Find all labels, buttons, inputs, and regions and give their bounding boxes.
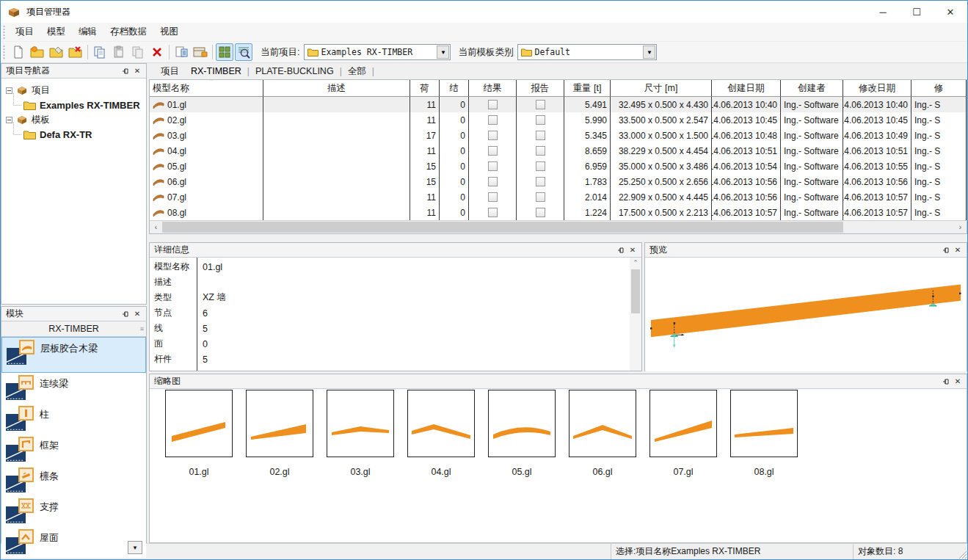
edit-project-button[interactable] bbox=[48, 43, 65, 61]
minimize-button[interactable]: ─ bbox=[866, 1, 900, 23]
close-button[interactable]: ✕ bbox=[934, 1, 967, 23]
duplicate-button[interactable] bbox=[129, 43, 147, 61]
module-item-glulam[interactable]: 层板胶合木梁 bbox=[1, 337, 146, 373]
table-row[interactable]: 04.gl 11 0 8.659 38.229 x 0.500 x 4.454 … bbox=[150, 143, 967, 159]
results-checkbox[interactable] bbox=[488, 115, 498, 125]
module-item-continuous-beam[interactable]: 连续梁 bbox=[1, 373, 146, 404]
thumbnail-03[interactable]: 03.gl bbox=[320, 390, 401, 477]
collapse-icon[interactable] bbox=[6, 117, 12, 123]
module-item-frame[interactable]: 框架 bbox=[1, 434, 146, 465]
tree-node-project[interactable]: Examples RX-TIMBER bbox=[6, 98, 145, 112]
report-checkbox[interactable] bbox=[536, 115, 545, 125]
resize-grip[interactable] bbox=[954, 544, 967, 559]
results-checkbox[interactable] bbox=[488, 208, 498, 217]
tab-all[interactable]: 全部 bbox=[342, 64, 372, 79]
module-group-header[interactable]: RX-TIMBER ≡ bbox=[1, 321, 146, 337]
pin-icon[interactable] bbox=[615, 245, 627, 255]
thumbnail-08[interactable]: 08.gl bbox=[724, 390, 804, 477]
results-checkbox[interactable] bbox=[488, 177, 498, 186]
tree-node-templates[interactable]: 模板 bbox=[6, 112, 145, 127]
paste-button[interactable] bbox=[110, 43, 128, 61]
thumbnail-02[interactable]: 02.gl bbox=[239, 390, 320, 477]
report-checkbox[interactable] bbox=[536, 161, 545, 171]
archive-button[interactable] bbox=[192, 43, 209, 61]
table-row[interactable]: 01.gl 11 0 5.491 32.495 x 0.500 x 4.430 … bbox=[150, 97, 967, 112]
scroll-down-button[interactable]: ▼ bbox=[128, 541, 142, 554]
column-header-modified[interactable]: 修改日期 bbox=[843, 80, 911, 97]
column-header-created[interactable]: 创建日期 bbox=[712, 80, 781, 97]
close-panel-icon[interactable]: ✕ bbox=[952, 377, 964, 387]
column-header-creator[interactable]: 创建者 bbox=[781, 80, 843, 97]
table-row[interactable]: 02.gl 11 0 5.990 33.500 x 0.500 x 2.547 … bbox=[150, 112, 967, 128]
column-header-weight[interactable]: 重量 [t] bbox=[564, 80, 611, 97]
tab-rx-timber[interactable]: RX-TIMBER bbox=[185, 65, 247, 78]
report-checkbox[interactable] bbox=[536, 208, 545, 217]
new-model-button[interactable] bbox=[10, 43, 27, 61]
delete-project-button[interactable] bbox=[67, 43, 84, 61]
results-checkbox[interactable] bbox=[488, 146, 498, 156]
thumbnail-05[interactable]: 05.gl bbox=[481, 390, 562, 477]
module-item-brace[interactable]: 支撑 bbox=[1, 496, 146, 527]
results-checkbox[interactable] bbox=[488, 161, 498, 171]
module-item-roof[interactable]: 屋面 bbox=[1, 527, 146, 558]
tab-projects[interactable]: 项目 bbox=[155, 64, 185, 79]
close-panel-icon[interactable]: ✕ bbox=[627, 245, 638, 255]
menu-archive[interactable]: 存档数据 bbox=[103, 23, 153, 41]
tree-node-template[interactable]: Defa RX-TR bbox=[6, 127, 145, 142]
table-row[interactable]: 05.gl 15 0 6.959 35.000 x 0.500 x 3.486 … bbox=[150, 159, 967, 174]
column-header-name[interactable]: 模型名称⌃ bbox=[150, 80, 263, 97]
copy-button[interactable] bbox=[91, 43, 109, 61]
pin-icon[interactable] bbox=[120, 309, 131, 319]
table-row[interactable]: 06.gl 15 0 1.783 25.250 x 0.500 x 2.656 … bbox=[150, 174, 967, 189]
thumbnail-view-toggle[interactable] bbox=[216, 43, 233, 61]
column-header-modifier[interactable]: 修 bbox=[911, 80, 967, 97]
thumbnail-06[interactable]: 06.gl bbox=[562, 390, 643, 477]
maximize-button[interactable]: ☐ bbox=[900, 1, 934, 23]
menu-project[interactable]: 项目 bbox=[9, 23, 40, 41]
results-checkbox[interactable] bbox=[488, 192, 498, 202]
module-item-column[interactable]: 柱 bbox=[1, 404, 146, 434]
horizontal-scrollbar[interactable]: ‹ › bbox=[149, 220, 967, 234]
table-row[interactable]: 08.gl 11 0 1.224 17.500 x 0.500 x 2.213 … bbox=[150, 205, 967, 220]
thumbnail-01[interactable]: 01.gl bbox=[159, 390, 239, 477]
table-row[interactable]: 07.gl 11 0 2.014 22.909 x 0.500 x 4.445 … bbox=[150, 189, 967, 205]
column-header-dims[interactable]: 尺寸 [m] bbox=[611, 80, 712, 97]
menu-model[interactable]: 模型 bbox=[40, 23, 72, 41]
results-checkbox[interactable] bbox=[488, 100, 498, 109]
results-checkbox[interactable] bbox=[488, 131, 498, 140]
column-header-report[interactable]: 报告 bbox=[517, 80, 564, 97]
details-scrollbar[interactable]: ⌃ bbox=[630, 258, 641, 371]
column-header-comb[interactable]: 结 bbox=[440, 80, 469, 97]
import-button[interactable] bbox=[172, 43, 190, 61]
current-project-combobox[interactable]: Examples RX-TIMBER ▼ bbox=[304, 44, 451, 60]
close-panel-icon[interactable]: ✕ bbox=[131, 309, 143, 319]
scroll-left-arrow[interactable]: ‹ bbox=[150, 221, 162, 233]
menu-edit[interactable]: 编辑 bbox=[72, 23, 103, 41]
template-category-combobox[interactable]: Default ▼ bbox=[517, 44, 657, 60]
thumbnail-07[interactable]: 07.gl bbox=[643, 390, 724, 477]
thumbnail-04[interactable]: 04.gl bbox=[401, 390, 481, 477]
dropdown-arrow-icon[interactable]: ▼ bbox=[437, 46, 449, 59]
delete-button[interactable] bbox=[148, 43, 166, 61]
report-checkbox[interactable] bbox=[536, 146, 545, 156]
report-checkbox[interactable] bbox=[536, 100, 545, 109]
scroll-right-arrow[interactable]: › bbox=[954, 221, 967, 233]
report-checkbox[interactable] bbox=[536, 131, 545, 140]
close-panel-icon[interactable]: ✕ bbox=[952, 245, 964, 255]
dropdown-arrow-icon[interactable]: ▼ bbox=[643, 46, 655, 59]
new-project-button[interactable] bbox=[29, 43, 46, 61]
collapse-icon[interactable] bbox=[6, 87, 12, 94]
column-header-desc[interactable]: 描述 bbox=[263, 80, 410, 97]
module-item-purlin[interactable]: 檩条 bbox=[1, 465, 146, 496]
table-row[interactable]: 03.gl 17 0 5.345 33.000 x 0.500 x 1.500 … bbox=[150, 128, 967, 143]
pin-icon[interactable] bbox=[120, 66, 131, 76]
tree-node-projects[interactable]: 项目 bbox=[6, 83, 145, 98]
menu-view[interactable]: 视图 bbox=[153, 23, 185, 41]
close-panel-icon[interactable]: ✕ bbox=[131, 66, 143, 76]
details-view-toggle[interactable] bbox=[235, 43, 252, 61]
pin-icon[interactable] bbox=[940, 377, 952, 387]
tab-plate-buckling[interactable]: PLATE-BUCKLING bbox=[250, 65, 340, 78]
scrollbar-thumb[interactable] bbox=[162, 222, 843, 233]
pin-icon[interactable] bbox=[940, 245, 952, 255]
column-header-results[interactable]: 结果 bbox=[469, 80, 517, 97]
